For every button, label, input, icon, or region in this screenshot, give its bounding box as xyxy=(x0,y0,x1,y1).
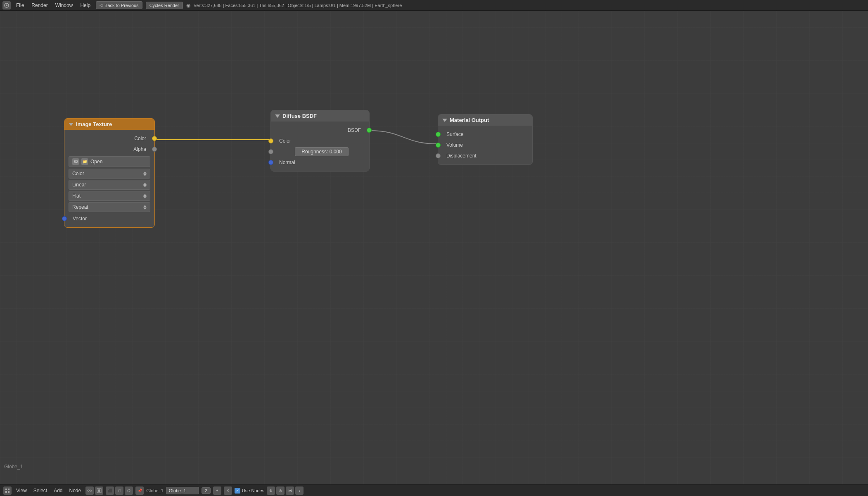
open-image-button[interactable]: 🖼 📁 Open xyxy=(69,156,150,167)
alpha-output-row: Alpha xyxy=(64,144,154,155)
collapse-triangle-icon[interactable] xyxy=(69,123,74,126)
vector-input-socket[interactable] xyxy=(62,216,67,221)
displacement-input-socket[interactable] xyxy=(436,153,441,158)
extension-arrows-icon xyxy=(143,205,147,210)
layer-number-badge[interactable]: 2 xyxy=(202,487,211,494)
roughness-label: Roughness: xyxy=(301,149,328,155)
extension-dropdown[interactable]: Repeat xyxy=(69,202,150,212)
color-space-dropdown[interactable]: Color xyxy=(69,169,150,179)
connections-svg xyxy=(0,11,868,484)
surface-input-row: Surface xyxy=(438,129,532,140)
dropdown-arrows-icon xyxy=(143,172,147,176)
bsdf-output-socket[interactable] xyxy=(367,128,372,133)
vector-input-row: Vector xyxy=(64,213,154,224)
view-icons xyxy=(85,486,103,495)
extension-label: Repeat xyxy=(72,204,88,210)
auto-merge-icon[interactable]: ⋈ xyxy=(286,486,294,495)
back-to-previous-button[interactable]: ◁ Back to Previous xyxy=(96,1,142,9)
overlay-icon[interactable]: ◻ xyxy=(115,486,123,495)
volume-input-label: Volume xyxy=(446,142,463,148)
roughness-row: Roughness: 0.000 xyxy=(271,146,369,157)
alpha-output-socket[interactable] xyxy=(152,147,157,152)
svg-rect-4 xyxy=(5,491,7,493)
material-output-body: Surface Volume Displacement xyxy=(438,126,532,165)
status-text: Verts:327,688 | Faces:855,361 | Tris:655… xyxy=(194,3,866,8)
normal-input-row: Normal xyxy=(271,157,369,168)
image-texture-title: Image Texture xyxy=(76,121,112,127)
display-mode-icon[interactable]: ⬛ xyxy=(106,486,114,495)
diffuse-bsdf-header: Diffuse BSDF xyxy=(271,110,369,122)
viewport-label: Globe_1 xyxy=(4,464,23,470)
svg-rect-2 xyxy=(5,489,7,490)
back-icon: ◁ xyxy=(100,2,103,8)
bottom-toolbar: View Select Add Node ⬛ ◻ ⬡ 📌 Globe_1 2 +… xyxy=(0,484,868,496)
node-editor-canvas[interactable]: Image Texture Color Alpha 🖼 📁 Open Color xyxy=(0,11,868,484)
material-output-node: Material Output Surface Volume Displacem… xyxy=(438,114,533,165)
add-layer-icon[interactable]: + xyxy=(213,486,221,495)
render-preview-icon[interactable] xyxy=(95,486,103,495)
folder-icon: 📁 xyxy=(81,158,88,165)
render-icon: ◉ xyxy=(186,2,190,8)
diffuse-bsdf-node: Diffuse BSDF BSDF Color Roughness: 0.000 xyxy=(270,110,370,172)
image-texture-body: Color Alpha 🖼 📁 Open Color xyxy=(64,130,154,227)
volume-input-row: Volume xyxy=(438,140,532,150)
bsdf-output-row: BSDF xyxy=(271,125,369,136)
image-texture-node: Image Texture Color Alpha 🖼 📁 Open Color xyxy=(64,118,155,228)
collapse-triangle-icon[interactable] xyxy=(275,114,280,118)
roughness-value: 0.000 xyxy=(330,149,342,155)
proportional-edit-icon[interactable]: ◎ xyxy=(276,486,285,495)
image-preview-icon: 🖼 xyxy=(72,158,79,165)
interpolation-dropdown[interactable]: Linear xyxy=(69,180,150,190)
diffuse-color-input-row: Color xyxy=(271,136,369,146)
editor-type-icon[interactable] xyxy=(3,486,12,495)
interpolation-label: Linear xyxy=(72,182,86,188)
transform-icon[interactable]: ✕ xyxy=(224,486,232,495)
alpha-output-label: Alpha xyxy=(133,146,146,152)
projection-label: Flat xyxy=(72,193,81,199)
globe-name-input[interactable] xyxy=(166,487,199,494)
file-menu[interactable]: File xyxy=(14,2,26,9)
top-menu-bar: File Render Window Help ◁ Back to Previo… xyxy=(0,0,868,11)
pin-icon[interactable]: 📌 xyxy=(135,486,144,495)
globe-label: Globe_1 xyxy=(146,488,164,493)
wire-icon[interactable]: ⬡ xyxy=(125,486,133,495)
volume-input-socket[interactable] xyxy=(436,143,441,148)
diffuse-color-input-label: Color xyxy=(279,138,291,144)
render-menu[interactable]: Render xyxy=(29,2,50,9)
color-output-socket[interactable] xyxy=(152,136,157,141)
svg-rect-5 xyxy=(8,491,9,493)
use-nodes-checkbox[interactable]: ✓ xyxy=(235,488,240,494)
node-view-icon[interactable] xyxy=(85,486,94,495)
svg-point-10 xyxy=(98,489,100,492)
normal-input-socket[interactable] xyxy=(268,160,273,165)
use-nodes-label: Use Nodes xyxy=(242,488,264,493)
projection-dropdown[interactable]: Flat xyxy=(69,191,150,201)
normal-input-label: Normal xyxy=(279,160,295,165)
window-menu[interactable]: Window xyxy=(53,2,75,9)
add-menu[interactable]: Add xyxy=(52,487,64,494)
roughness-field[interactable]: Roughness: 0.000 xyxy=(295,147,349,156)
displacement-input-label: Displacement xyxy=(446,153,477,159)
diffuse-bsdf-title: Diffuse BSDF xyxy=(282,113,317,119)
surface-input-socket[interactable] xyxy=(436,132,441,137)
open-label: Open xyxy=(90,159,102,165)
help-menu[interactable]: Help xyxy=(78,2,92,9)
vector-input-label: Vector xyxy=(73,216,87,222)
svg-point-7 xyxy=(90,490,92,491)
blender-logo-icon xyxy=(2,1,11,10)
svg-point-6 xyxy=(88,490,89,491)
diffuse-bsdf-body: BSDF Color Roughness: 0.000 Normal xyxy=(271,122,369,171)
roughness-input-socket[interactable] xyxy=(268,149,273,154)
view-menu[interactable]: View xyxy=(14,487,29,494)
snap-icon[interactable]: ⊕ xyxy=(267,486,275,495)
bsdf-output-label: BSDF xyxy=(348,127,361,133)
color-output-row: Color xyxy=(64,133,154,144)
select-menu[interactable]: Select xyxy=(31,487,49,494)
interpolation-arrows-icon xyxy=(143,183,147,187)
editor-type-icons xyxy=(3,486,12,495)
collapse-triangle-icon[interactable] xyxy=(442,119,447,122)
node-menu[interactable]: Node xyxy=(67,487,83,494)
diffuse-color-input-socket[interactable] xyxy=(268,138,273,143)
render-engine-dropdown[interactable]: Cycles Render xyxy=(146,2,183,9)
transform-orient-icon[interactable]: ↕ xyxy=(295,486,304,495)
